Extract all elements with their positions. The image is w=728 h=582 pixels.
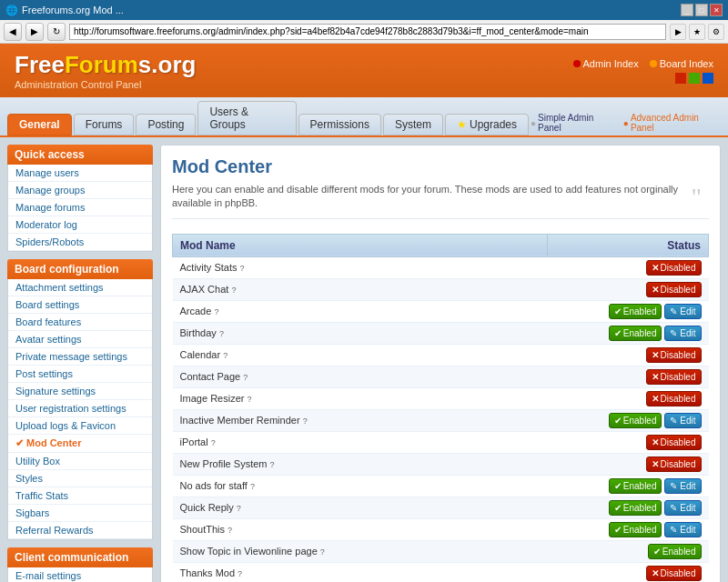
edit-button[interactable]: ✎ Edit (664, 522, 701, 537)
forward-button[interactable]: ▶ (25, 23, 44, 41)
mod-name: Birthday ? (173, 322, 548, 344)
help-icon[interactable]: ? (247, 395, 251, 404)
help-icon[interactable]: ? (250, 482, 255, 491)
mod-name: Activity Stats ? (173, 256, 548, 278)
board-index-link[interactable]: Board Index (650, 58, 713, 69)
sidebar-link-board-settings[interactable]: Board settings (8, 296, 152, 314)
minimize-button[interactable]: _ (681, 4, 693, 16)
help-icon[interactable]: ? (219, 329, 224, 338)
help-icon[interactable]: ? (303, 416, 308, 426)
tab-upgrades[interactable]: ★ Upgrades (445, 114, 529, 135)
enabled-button[interactable]: ✔ Enabled (609, 326, 662, 341)
disabled-button[interactable]: ✕ Disabled (646, 282, 702, 297)
maximize-button[interactable]: □ (695, 4, 708, 16)
advanced-panel-link[interactable]: ● Advanced Admin Panel (623, 113, 721, 133)
sidebar-link-manage-forums[interactable]: Manage forums (8, 199, 152, 216)
enabled-button[interactable]: ✔ Enabled (609, 500, 662, 516)
simple-panel-link[interactable]: ● Simple Admin Panel (531, 113, 616, 133)
disabled-button[interactable]: ✕ Disabled (646, 391, 702, 406)
sidebar-link-utility[interactable]: Utility Box (8, 453, 152, 470)
settings-icon[interactable]: ⚙ (708, 24, 724, 40)
edit-button[interactable]: ✎ Edit (664, 326, 701, 341)
mod-name-text: Contact Page (180, 371, 241, 382)
check-icon: ✔ (653, 547, 661, 557)
tab-system[interactable]: System (383, 114, 443, 135)
help-icon[interactable]: ? (320, 547, 325, 557)
sidebar-link-manage-groups[interactable]: Manage groups (8, 182, 152, 199)
admin-index-link[interactable]: Admin Index (573, 58, 639, 69)
tab-general[interactable]: General (7, 114, 72, 135)
sidebar-link-user-reg[interactable]: User registration settings (8, 400, 152, 417)
sidebar-link-sigbars[interactable]: Sigbars (8, 505, 152, 522)
enabled-button[interactable]: ✔ Enabled (609, 413, 662, 428)
sidebar-link-post[interactable]: Post settings (8, 366, 152, 383)
tab-users-groups[interactable]: Users & Groups (197, 101, 296, 135)
sidebar-link-signature[interactable]: Signature settings (8, 383, 152, 400)
enabled-button[interactable]: ✔ Enabled (609, 522, 662, 537)
disabled-button[interactable]: ✕ Disabled (646, 369, 702, 385)
status-cell: ✕ Disabled (548, 387, 709, 409)
help-icon[interactable]: ? (223, 351, 228, 360)
disabled-button[interactable]: ✕ Disabled (646, 260, 702, 276)
help-icon[interactable]: ? (240, 264, 245, 273)
sidebar-link-email[interactable]: E-mail settings (8, 567, 152, 582)
sidebar-link-mod-center[interactable]: ✔Mod Center (8, 435, 152, 453)
status-cell: ✕ Disabled (548, 562, 709, 582)
help-icon[interactable]: ? (238, 569, 242, 578)
edit-button[interactable]: ✎ Edit (664, 478, 701, 494)
sidebar-link-spiders[interactable]: Spiders/Robots (8, 234, 152, 251)
enabled-button[interactable]: ✔ Enabled (648, 544, 702, 559)
sidebar-link-manage-users[interactable]: Manage users (8, 165, 152, 182)
sidebar-link-moderator-log[interactable]: Moderator log (8, 216, 152, 234)
sidebar-link-traffic[interactable]: Traffic Stats (8, 487, 152, 505)
sidebar-link-avatar[interactable]: Avatar settings (8, 331, 152, 348)
help-icon[interactable]: ? (211, 438, 216, 447)
admin-dot (573, 60, 581, 67)
enabled-button[interactable]: ✔ Enabled (609, 478, 662, 494)
edit-button[interactable]: ✎ Edit (664, 413, 701, 428)
tab-forums[interactable]: Forums (74, 114, 135, 135)
help-icon[interactable]: ? (270, 460, 275, 469)
help-icon[interactable]: ? (243, 373, 248, 382)
close-button[interactable]: ✕ (710, 4, 723, 16)
enabled-button[interactable]: ✔ Enabled (609, 304, 662, 319)
board-config-links: Attachment settings Board settings Board… (7, 279, 153, 540)
sidebar-link-referral[interactable]: Referral Rewards (8, 522, 152, 539)
disabled-button[interactable]: ✕ Disabled (646, 347, 702, 363)
status-cell: ✔ Enabled✎ Edit (548, 300, 709, 322)
mod-name: Calendar ? (173, 344, 548, 366)
help-icon[interactable]: ? (228, 526, 232, 535)
help-icon[interactable]: ? (214, 307, 218, 316)
back-button[interactable]: ◀ (4, 23, 22, 41)
help-icon[interactable]: ? (237, 504, 241, 513)
disabled-button[interactable]: ✕ Disabled (646, 566, 702, 581)
tab-posting[interactable]: Posting (136, 114, 196, 135)
mod-name: Show Topic in Viewonline page ? (173, 540, 548, 562)
mod-name-text: iPortal (180, 436, 208, 447)
tab-permissions[interactable]: Permissions (298, 114, 381, 135)
x-icon: ✕ (652, 459, 659, 469)
quick-access-title: Quick access (7, 145, 153, 165)
status-cell: ✔ Enabled✎ Edit (548, 409, 709, 431)
check-icon: ✔ (614, 416, 622, 426)
sidebar-link-board-features[interactable]: Board features (8, 314, 152, 331)
help-icon[interactable]: ? (231, 286, 236, 295)
table-row: AJAX Chat ?✕ Disabled (173, 278, 709, 300)
edit-button[interactable]: ✎ Edit (664, 500, 701, 516)
logo-subtitle: Administration Control Panel (15, 79, 196, 90)
go-button[interactable]: ▶ (670, 24, 686, 40)
refresh-button[interactable]: ↻ (47, 23, 66, 41)
sidebar-link-pm[interactable]: Private message settings (8, 348, 152, 366)
disabled-button[interactable]: ✕ Disabled (646, 457, 702, 472)
edit-button[interactable]: ✎ Edit (664, 304, 701, 319)
mod-name: Contact Page ? (173, 366, 548, 387)
url-input[interactable] (69, 24, 666, 40)
table-row: Inactive Member Reminder ?✔ Enabled✎ Edi… (173, 409, 709, 431)
disabled-button[interactable]: ✕ Disabled (646, 435, 702, 450)
sidebar-link-attachment[interactable]: Attachment settings (8, 279, 152, 296)
board-index-label: Board Index (660, 58, 713, 69)
sidebar-link-upload[interactable]: Upload logs & Favicon (8, 417, 152, 435)
sidebar-link-styles[interactable]: Styles (8, 470, 152, 487)
star-icon[interactable]: ★ (689, 24, 705, 40)
mod-name: Image Resizer ? (173, 387, 548, 409)
